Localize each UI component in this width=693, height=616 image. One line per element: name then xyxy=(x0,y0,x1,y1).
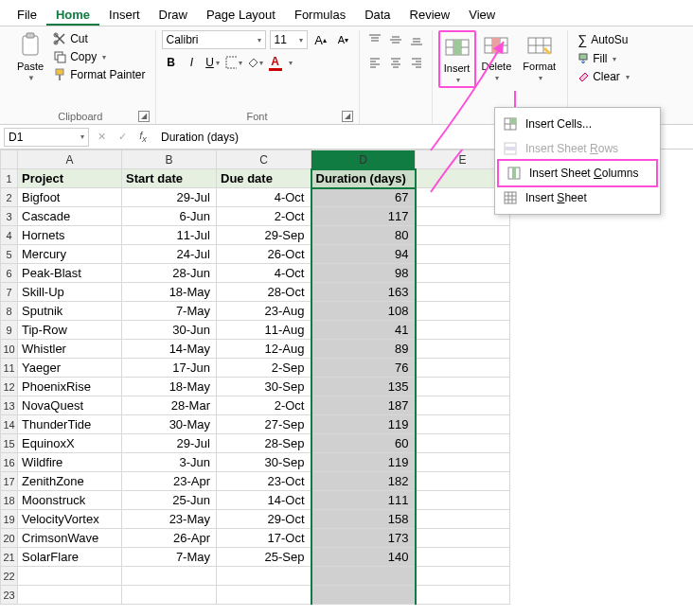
cell[interactable]: Skill-Up xyxy=(18,283,122,302)
cell[interactable]: 2-Oct xyxy=(217,207,311,226)
row-header[interactable]: 12 xyxy=(1,378,18,396)
row-header[interactable]: 10 xyxy=(1,340,18,359)
cell[interactable]: 163 xyxy=(311,283,416,302)
menu-insert-sheet[interactable]: Insert Sheet xyxy=(495,185,660,210)
column-header-B[interactable]: B xyxy=(122,150,217,169)
format-button[interactable]: Format ▾ xyxy=(517,30,561,84)
increase-font-icon[interactable]: A▴ xyxy=(311,30,330,49)
cell[interactable]: 182 xyxy=(311,472,416,491)
cell[interactable]: Whistler xyxy=(18,340,122,359)
cell[interactable] xyxy=(416,491,510,510)
cell[interactable]: Mercury xyxy=(18,245,122,264)
row-header[interactable]: 8 xyxy=(1,302,18,321)
cell[interactable]: Peak-Blast xyxy=(18,264,122,283)
select-all-corner[interactable] xyxy=(1,150,18,169)
cell[interactable] xyxy=(18,567,122,586)
cell[interactable]: 14-May xyxy=(122,340,217,359)
cell[interactable]: 18-May xyxy=(122,283,217,302)
menu-tab-formulas[interactable]: Formulas xyxy=(285,4,355,26)
cut-button[interactable]: Cut xyxy=(49,30,149,47)
cell[interactable]: 60 xyxy=(311,434,416,453)
cell[interactable]: 24-Jul xyxy=(122,245,217,264)
cell[interactable] xyxy=(416,586,510,605)
cell[interactable]: ZenithZone xyxy=(18,472,122,491)
cell[interactable]: Start date xyxy=(122,169,217,188)
sheet-table[interactable]: ABCDE1ProjectStart dateDue dateDuration … xyxy=(0,150,510,605)
cell[interactable] xyxy=(311,567,416,586)
cell[interactable] xyxy=(416,453,510,472)
cell[interactable]: 29-Oct xyxy=(217,510,311,529)
cell[interactable] xyxy=(416,415,510,434)
name-box[interactable]: D1▾ xyxy=(4,128,89,147)
cell[interactable]: 80 xyxy=(311,226,416,245)
cell[interactable] xyxy=(416,434,510,453)
cell[interactable]: Project xyxy=(18,169,122,188)
cell[interactable]: 28-Sep xyxy=(217,434,311,453)
column-header-D[interactable]: D xyxy=(311,150,416,169)
align-bottom-icon[interactable] xyxy=(407,30,426,49)
align-top-icon[interactable] xyxy=(365,30,384,49)
border-button[interactable]: ▾ xyxy=(224,53,243,72)
cell[interactable]: 173 xyxy=(311,529,416,548)
cell[interactable]: 67 xyxy=(311,188,416,207)
cell[interactable]: SolarFlare xyxy=(18,548,122,567)
cell[interactable]: Tip-Row xyxy=(18,321,122,340)
row-header[interactable]: 2 xyxy=(1,188,18,207)
row-header[interactable]: 23 xyxy=(1,586,18,605)
dialog-launcher-icon[interactable]: ◢ xyxy=(138,111,150,122)
cell[interactable]: Moonstruck xyxy=(18,491,122,510)
cell[interactable]: 117 xyxy=(311,207,416,226)
fill-color-button[interactable]: ▾ xyxy=(245,53,264,72)
cell[interactable]: 28-Oct xyxy=(217,283,311,302)
cell[interactable] xyxy=(416,529,510,548)
menu-tab-home[interactable]: Home xyxy=(46,4,99,26)
cell[interactable]: 23-Apr xyxy=(122,472,217,491)
cell[interactable]: 12-Aug xyxy=(217,340,311,359)
cell[interactable]: NovaQuest xyxy=(18,396,122,415)
cell[interactable]: 27-Sep xyxy=(217,415,311,434)
underline-button[interactable]: U▾ xyxy=(204,53,222,72)
cell[interactable] xyxy=(416,548,510,567)
menu-tab-page-layout[interactable]: Page Layout xyxy=(197,4,285,26)
row-header[interactable]: 19 xyxy=(1,510,18,529)
column-header-C[interactable]: C xyxy=(217,150,311,169)
cell[interactable]: 3-Jun xyxy=(122,453,217,472)
cell[interactable]: 30-Jun xyxy=(122,321,217,340)
cell[interactable]: 11-Aug xyxy=(217,321,311,340)
dialog-launcher-icon[interactable]: ◢ xyxy=(342,111,353,122)
row-header[interactable]: 7 xyxy=(1,283,18,302)
clear-button[interactable]: Clear▾ xyxy=(574,68,633,85)
cell[interactable]: Wildfire xyxy=(18,453,122,472)
cell[interactable]: 4-Oct xyxy=(217,188,311,207)
delete-button[interactable]: Delete ▾ xyxy=(476,30,518,84)
cell[interactable]: 94 xyxy=(311,245,416,264)
cell[interactable]: 26-Oct xyxy=(217,245,311,264)
cell[interactable]: EquinoxX xyxy=(18,434,122,453)
bold-button[interactable]: B xyxy=(162,53,181,72)
cell[interactable] xyxy=(416,396,510,415)
cell[interactable]: 187 xyxy=(311,396,416,415)
cell[interactable]: Cascade xyxy=(18,207,122,226)
row-header[interactable]: 6 xyxy=(1,264,18,283)
row-header[interactable]: 21 xyxy=(1,548,18,567)
cell[interactable]: 29-Jul xyxy=(122,188,217,207)
cell[interactable] xyxy=(122,586,217,605)
cell[interactable]: 25-Jun xyxy=(122,491,217,510)
cell[interactable]: Yaeger xyxy=(18,359,122,378)
cell[interactable]: Hornets xyxy=(18,226,122,245)
cell[interactable]: 108 xyxy=(311,302,416,321)
cell[interactable]: 25-Sep xyxy=(217,548,311,567)
row-header[interactable]: 22 xyxy=(1,567,18,586)
cell[interactable]: 135 xyxy=(311,378,416,396)
cell[interactable]: 98 xyxy=(311,264,416,283)
cell[interactable]: 17-Jun xyxy=(122,359,217,378)
row-header[interactable]: 1 xyxy=(1,169,18,188)
cell[interactable] xyxy=(416,510,510,529)
cell[interactable] xyxy=(217,586,311,605)
menu-tab-review[interactable]: Review xyxy=(400,4,460,26)
menu-tab-insert[interactable]: Insert xyxy=(99,4,150,26)
menu-tab-file[interactable]: File xyxy=(8,4,46,26)
cell[interactable]: 41 xyxy=(311,321,416,340)
row-header[interactable]: 5 xyxy=(1,245,18,264)
cell[interactable]: 23-Aug xyxy=(217,302,311,321)
